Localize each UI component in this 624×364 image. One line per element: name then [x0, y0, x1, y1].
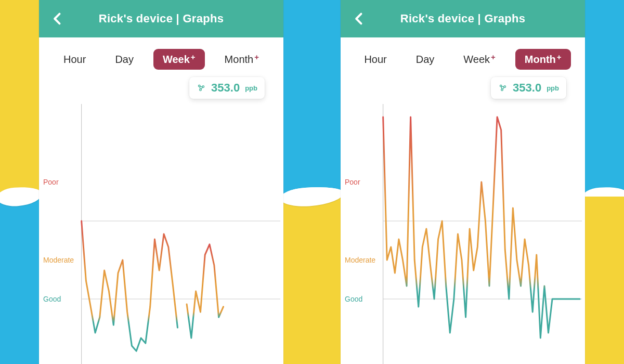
decorative-bg-right — [585, 0, 624, 364]
back-button[interactable] — [352, 11, 367, 26]
molecule-icon — [498, 83, 508, 93]
page-title: Rick's device | Graphs — [400, 12, 526, 25]
voc-unit: ppb — [245, 84, 257, 92]
voc-unit: ppb — [547, 84, 559, 92]
tab-hour[interactable]: Hour — [54, 49, 95, 70]
tab-week[interactable]: Week+ — [153, 49, 205, 70]
chart-svg — [42, 104, 280, 364]
premium-plus-icon: + — [191, 53, 196, 61]
chart-week: Poor Moderate Good — [42, 104, 280, 364]
app-header: Rick's device | Graphs — [341, 0, 585, 37]
tab-day[interactable]: Day — [407, 49, 444, 70]
premium-plus-icon: + — [557, 53, 562, 61]
voc-reading-badge: 353.0 ppb — [189, 77, 265, 99]
screen-week: Rick's device | Graphs Hour Day Week+ Mo… — [39, 0, 283, 364]
premium-plus-icon: + — [491, 53, 496, 61]
back-button[interactable] — [50, 11, 65, 26]
tab-hour[interactable]: Hour — [355, 49, 396, 70]
voc-value: 353.0 — [211, 81, 240, 95]
tab-week[interactable]: Week+ — [454, 49, 505, 70]
chevron-left-icon — [352, 11, 367, 26]
tab-month[interactable]: Month+ — [515, 49, 571, 70]
app-header: Rick's device | Graphs — [39, 0, 283, 37]
voc-value: 353.0 — [513, 81, 541, 95]
chart-svg — [344, 104, 582, 364]
time-range-tabs: Hour Day Week+ Month+ — [39, 37, 283, 74]
time-range-tabs: Hour Day Week+ Month+ — [341, 37, 585, 74]
molecule-icon — [197, 83, 206, 93]
premium-plus-icon: + — [254, 53, 259, 61]
screen-month: Rick's device | Graphs Hour Day Week+ Mo… — [341, 0, 585, 364]
voc-reading-badge: 353.0 ppb — [491, 77, 566, 99]
page-title: Rick's device | Graphs — [99, 12, 224, 25]
tab-day[interactable]: Day — [106, 49, 143, 70]
decorative-bg-mid — [283, 0, 341, 364]
tab-month[interactable]: Month+ — [215, 49, 268, 70]
chevron-left-icon — [50, 11, 65, 26]
decorative-bg-left — [0, 0, 39, 364]
chart-month: Poor Moderate Good — [344, 104, 582, 364]
